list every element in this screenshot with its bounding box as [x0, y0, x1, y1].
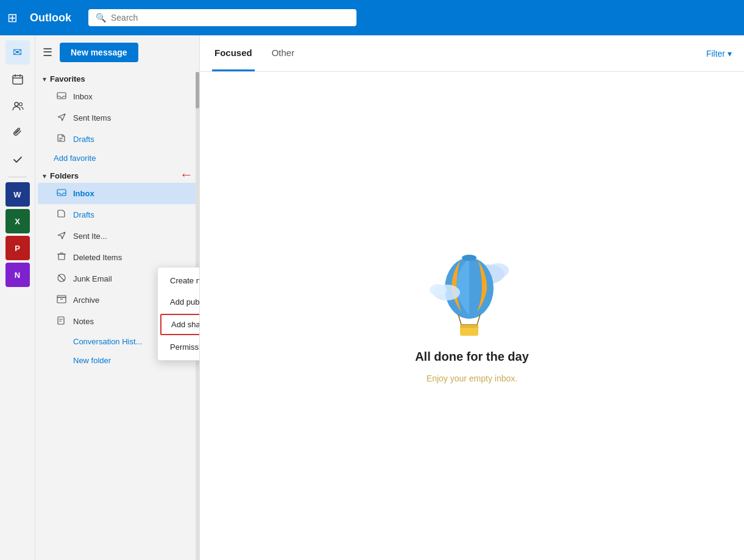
- sidebar-scroll-thumb[interactable]: [196, 72, 199, 108]
- folder-archive-icon: [56, 294, 67, 306]
- inbox-icon: [56, 91, 67, 102]
- folders-conversation-label: Conversation Hist...: [73, 337, 142, 346]
- sent-icon: [56, 112, 67, 124]
- main-layout: ✉ W X P N ☰ New message ▾ Favorites: [0, 35, 744, 560]
- sidebar-toolbar: ☰ New message: [35, 35, 199, 69]
- folders-title: Folders: [50, 171, 79, 180]
- svg-rect-15: [57, 296, 66, 297]
- filter-button[interactable]: Filter ▾: [706, 49, 732, 58]
- filter-chevron: ▾: [728, 49, 732, 58]
- favorites-drafts-label: Drafts: [73, 135, 94, 144]
- folder-sent-icon: [56, 230, 67, 242]
- context-menu-add-shared-folder[interactable]: Add shared folder: [160, 314, 200, 335]
- context-menu-add-public-folder[interactable]: Add public folder to Favorites: [158, 291, 200, 313]
- favorites-inbox-item[interactable]: Inbox: [38, 86, 197, 107]
- favorites-inbox-label: Inbox: [73, 92, 93, 101]
- folders-junk-label: Junk Email: [73, 274, 112, 283]
- main-content: Focused Other Filter ▾: [200, 35, 744, 560]
- folders-section-header[interactable]: ▾ Folders ←: [35, 166, 199, 183]
- favorites-chevron: ▾: [43, 75, 46, 83]
- icon-rail: ✉ W X P N: [0, 35, 35, 560]
- context-menu-permissions[interactable]: Permissions: [158, 336, 200, 358]
- svg-point-30: [430, 284, 447, 296]
- folders-sent-label: Sent Ite...: [73, 232, 107, 241]
- svg-rect-17: [58, 317, 64, 324]
- mail-icon[interactable]: ✉: [5, 40, 30, 65]
- folders-archive-label: Archive: [73, 296, 99, 305]
- folder-notes-icon: [56, 316, 67, 327]
- excel-icon[interactable]: X: [5, 209, 30, 233]
- rail-separator-1: [9, 177, 27, 177]
- search-bar[interactable]: 🔍: [88, 9, 356, 26]
- folders-inbox-item[interactable]: Inbox: [38, 183, 197, 204]
- folders-sent-item[interactable]: Sent Ite...: [38, 225, 197, 247]
- folders-deleted-label: Deleted Items: [73, 253, 122, 262]
- empty-inbox-subtitle: Enjoy your empty inbox.: [427, 374, 517, 383]
- svg-point-23: [462, 255, 477, 261]
- favorites-title: Favorites: [50, 74, 85, 83]
- folders-deleted-item[interactable]: Deleted Items: [38, 247, 197, 268]
- folders-drafts-item[interactable]: Drafts: [38, 204, 197, 225]
- add-favorite-link[interactable]: Add favorite: [35, 150, 199, 166]
- context-menu: Create new folder Add public folder to F…: [157, 267, 200, 361]
- svg-line-13: [58, 275, 65, 281]
- folder-drafts-icon: [56, 209, 67, 221]
- filter-label: Filter: [706, 49, 725, 58]
- word-icon[interactable]: W: [5, 182, 30, 207]
- calendar-icon[interactable]: [5, 67, 30, 91]
- folder-junk-icon: [56, 273, 67, 285]
- favorites-sent-label: Sent Items: [73, 113, 111, 122]
- folders-chevron: ▾: [43, 172, 46, 180]
- tab-focused[interactable]: Focused: [212, 35, 255, 71]
- powerpoint-icon[interactable]: P: [5, 236, 30, 260]
- grid-icon[interactable]: ⊞: [7, 10, 18, 25]
- search-icon: 🔍: [96, 13, 106, 23]
- paperclip-icon[interactable]: [5, 121, 30, 145]
- folders-drafts-label: Drafts: [73, 210, 94, 219]
- hamburger-icon[interactable]: ☰: [43, 46, 52, 59]
- favorites-section-header[interactable]: ▾ Favorites: [35, 69, 199, 86]
- search-input[interactable]: [111, 13, 349, 23]
- svg-rect-10: [58, 254, 65, 260]
- svg-rect-14: [57, 297, 66, 303]
- folders-new-folder-label: New folder: [73, 356, 111, 365]
- folders-notes-label: Notes: [73, 317, 94, 326]
- checkmark-icon[interactable]: [5, 147, 30, 172]
- svg-point-4: [15, 102, 18, 106]
- app-title: Outlook: [30, 12, 71, 24]
- folder-trash-icon: [56, 252, 67, 263]
- folders-inbox-label: Inbox: [73, 189, 94, 198]
- svg-rect-28: [460, 325, 478, 328]
- folders-arrow: ←: [180, 167, 193, 183]
- favorites-sent-item[interactable]: Sent Items: [38, 107, 197, 129]
- favorites-drafts-item[interactable]: Drafts: [38, 129, 197, 150]
- empty-inbox: All done for the day Enjoy your empty in…: [200, 72, 744, 560]
- svg-rect-0: [13, 76, 23, 84]
- sidebar: ☰ New message ▾ Favorites Inbox Sent Ite…: [35, 35, 200, 560]
- new-message-button[interactable]: New message: [60, 43, 138, 62]
- folder-inbox-icon: [56, 188, 67, 199]
- tabs-bar: Focused Other Filter ▾: [200, 35, 744, 72]
- context-menu-create-folder[interactable]: Create new folder: [158, 270, 200, 291]
- tab-other[interactable]: Other: [269, 35, 297, 71]
- empty-inbox-title: All done for the day: [415, 350, 529, 364]
- drafts-icon: [56, 133, 67, 145]
- topbar: ⊞ Outlook 🔍: [0, 0, 744, 35]
- balloon-illustration: [430, 249, 515, 340]
- onenote-icon[interactable]: N: [5, 263, 30, 287]
- people-icon[interactable]: [5, 94, 30, 118]
- svg-point-5: [19, 103, 22, 106]
